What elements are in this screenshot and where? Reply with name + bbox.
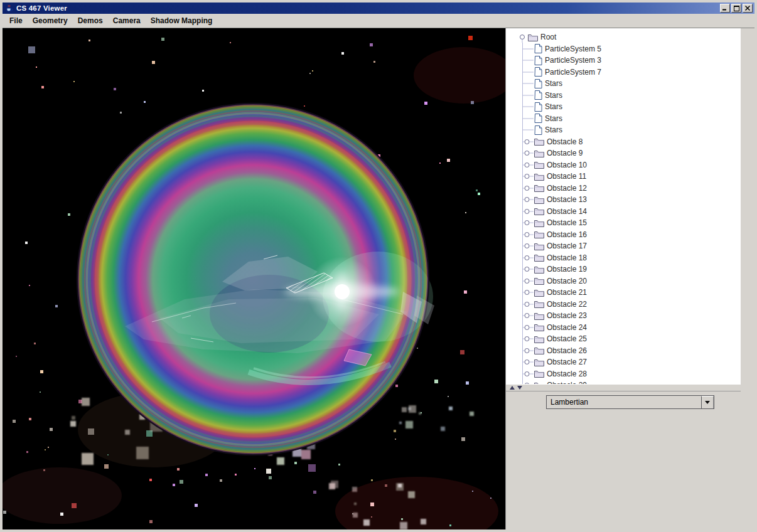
menu-item-demos[interactable]: Demos [73, 15, 108, 26]
folder-icon [534, 346, 544, 354]
expand-handle-icon[interactable] [522, 147, 534, 159]
splitter-collapse-up-icon[interactable] [510, 386, 515, 390]
menu-item-camera[interactable]: Camera [108, 15, 146, 26]
expand-handle-icon[interactable] [522, 183, 534, 194]
tree-node-stars[interactable]: Stars [506, 113, 741, 125]
tree-node-label: Stars [545, 114, 562, 123]
tree-node-label: Stars [545, 91, 562, 100]
tree-node-obstacle-17[interactable]: Obstacle 17 [506, 240, 741, 252]
expand-handle-icon[interactable] [522, 368, 534, 380]
collapse-handle-icon[interactable] [517, 31, 527, 43]
file-icon [534, 114, 542, 123]
folder-icon [534, 137, 544, 146]
tree-connector [522, 101, 534, 112]
tree-node-label: Root [540, 33, 556, 41]
tree-node-label: Obstacle 15 [547, 218, 587, 227]
tree-node-stars[interactable]: Stars [506, 90, 741, 102]
tree-node-label: Stars [545, 79, 562, 88]
expand-handle-icon[interactable] [522, 206, 534, 217]
expand-handle-icon[interactable] [522, 380, 534, 384]
shading-combobox[interactable]: Lambertian [546, 395, 714, 409]
titlebar[interactable]: CS 467 Viewer [3, 3, 754, 14]
expand-handle-icon[interactable] [522, 217, 534, 228]
tree-node-obstacle-22[interactable]: Obstacle 22 [506, 299, 741, 311]
minimize-icon [722, 6, 727, 11]
folder-icon [534, 277, 544, 285]
menu-item-geometry[interactable]: Geometry [28, 15, 73, 26]
tree-node-obstacle-13[interactable]: Obstacle 13 [506, 194, 741, 206]
file-icon [534, 90, 542, 100]
expand-handle-icon[interactable] [522, 322, 534, 333]
expand-handle-icon[interactable] [522, 229, 534, 240]
tree-node-obstacle-14[interactable]: Obstacle 14 [506, 206, 741, 218]
file-icon [534, 56, 542, 65]
tree-node-obstacle-19[interactable]: Obstacle 19 [506, 263, 741, 275]
expand-handle-icon[interactable] [522, 310, 534, 321]
folder-icon [534, 323, 544, 331]
tree-node-obstacle-18[interactable]: Obstacle 18 [506, 252, 741, 264]
tree-connector [522, 90, 534, 101]
tree-node-label: Stars [545, 102, 562, 111]
menu-item-file[interactable]: File [4, 15, 28, 26]
expand-handle-icon[interactable] [522, 171, 534, 182]
tree-node-obstacle-28[interactable]: Obstacle 28 [506, 368, 741, 380]
splitter-collapse-down-icon[interactable] [517, 386, 522, 390]
expand-handle-icon[interactable] [522, 252, 534, 263]
tree-node-label: Obstacle 21 [547, 288, 587, 297]
expand-handle-icon[interactable] [522, 299, 534, 310]
tree-node-stars[interactable]: Stars [506, 124, 741, 136]
tree-node-root[interactable]: Root [506, 31, 741, 43]
expand-handle-icon[interactable] [522, 345, 534, 356]
menu-item-shadow-mapping[interactable]: Shadow Mapping [146, 15, 218, 26]
tree-node-label: Obstacle 14 [547, 207, 587, 216]
side-panel: RootParticleSystem 5ParticleSystem 3Part… [505, 28, 741, 529]
tree-node-obstacle-8[interactable]: Obstacle 8 [506, 136, 741, 148]
expand-handle-icon[interactable] [522, 136, 534, 147]
tree-node-label: Obstacle 28 [547, 370, 587, 378]
tree-node-label: Obstacle 9 [547, 149, 583, 157]
folder-icon [534, 161, 544, 169]
tree-node-label: Obstacle 10 [547, 161, 587, 169]
folder-icon [534, 149, 544, 157]
maximize-button[interactable] [731, 4, 741, 13]
tree-node-obstacle-20[interactable]: Obstacle 20 [506, 275, 741, 287]
expand-handle-icon[interactable] [522, 194, 534, 205]
expand-handle-icon[interactable] [522, 333, 534, 344]
folder-icon [534, 230, 544, 238]
tree-node-obstacle-23[interactable]: Obstacle 23 [506, 310, 741, 322]
combobox-value: Lambertian [547, 396, 701, 408]
tree-node-obstacle-25[interactable]: Obstacle 25 [506, 333, 741, 345]
tree-node-obstacle-11[interactable]: Obstacle 11 [506, 171, 741, 183]
tree-node-stars[interactable]: Stars [506, 78, 741, 90]
tree-node-obstacle-26[interactable]: Obstacle 26 [506, 345, 741, 357]
tree-node-obstacle-12[interactable]: Obstacle 12 [506, 183, 741, 194]
split-pane-divider[interactable] [506, 384, 741, 391]
tree-node-obstacle-10[interactable]: Obstacle 10 [506, 159, 741, 171]
folder-icon [534, 289, 544, 297]
tree-node-obstacle-9[interactable]: Obstacle 9 [506, 147, 741, 159]
expand-handle-icon[interactable] [522, 356, 534, 368]
tree-node-particlesystem-3[interactable]: ParticleSystem 3 [506, 55, 741, 66]
expand-handle-icon[interactable] [522, 159, 534, 171]
viewport-3d[interactable] [3, 28, 505, 529]
desktop: { "window": { "title": "CS 467 Viewer" }… [0, 0, 757, 532]
tree-node-stars[interactable]: Stars [506, 101, 741, 113]
tree-node-obstacle-15[interactable]: Obstacle 15 [506, 217, 741, 229]
combobox-dropdown-button[interactable] [701, 396, 714, 408]
tree-node-obstacle-27[interactable]: Obstacle 27 [506, 356, 741, 368]
expand-handle-icon[interactable] [522, 287, 534, 298]
expand-handle-icon[interactable] [522, 275, 534, 287]
tree-node-obstacle-16[interactable]: Obstacle 16 [506, 229, 741, 241]
expand-handle-icon[interactable] [522, 263, 534, 275]
tree-node-particlesystem-7[interactable]: ParticleSystem 7 [506, 66, 741, 78]
expand-handle-icon[interactable] [522, 240, 534, 252]
tree-node-particlesystem-5[interactable]: ParticleSystem 5 [506, 43, 741, 55]
tree-node-label: Obstacle 8 [547, 137, 583, 146]
folder-icon [534, 253, 544, 262]
minimize-button[interactable] [720, 4, 730, 13]
tree-node-obstacle-29[interactable]: Obstacle 29 [506, 380, 741, 384]
tree-node-obstacle-24[interactable]: Obstacle 24 [506, 322, 741, 334]
close-button[interactable] [743, 4, 753, 13]
tree-node-obstacle-21[interactable]: Obstacle 21 [506, 287, 741, 299]
scene-3d[interactable] [3, 28, 505, 529]
